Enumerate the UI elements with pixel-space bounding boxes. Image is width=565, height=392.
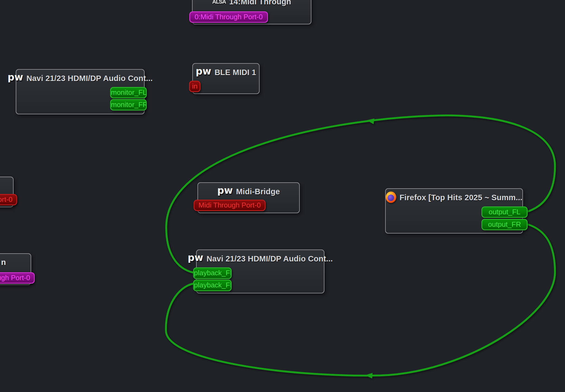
- node-navi-hdmi-dp-playback[interactable]: pw Navi 21/23 HDMI/DP Audio Cont... play…: [196, 250, 324, 293]
- patchbay-canvas[interactable]: ALSA 14:Midi Through 0:Midi Through Port…: [0, 0, 565, 392]
- node-firefox-stream[interactable]: Firefox [Top Hits 2025 ~ Summ... output_…: [385, 188, 523, 234]
- node-clipped-alsa-source[interactable]: n ugh Port-0: [0, 253, 31, 285]
- firefox-icon: [386, 192, 396, 203]
- port-through-port-0-clipped[interactable]: ugh Port-0: [0, 272, 35, 284]
- node-titlebar: pw Navi 21/23 HDMI/DP Audio Cont...: [16, 70, 144, 84]
- port-midi-through-port-0[interactable]: Midi Through Port-0: [194, 200, 266, 211]
- alsa-icon: ALSA: [212, 0, 226, 5]
- node-title: 14:Midi Through: [229, 0, 291, 6]
- node-titlebar: pw Navi 21/23 HDMI/DP Audio Cont...: [197, 250, 324, 264]
- node-titlebar: ALSA 14:Midi Through: [193, 0, 311, 7]
- node-title: Navi 21/23 HDMI/DP Audio Cont...: [206, 254, 333, 263]
- node-titlebar: pw BLE MIDI 1: [193, 64, 259, 78]
- port-playback-fr[interactable]: playback_FR: [193, 280, 232, 291]
- cable-output-fr-to-playback-fr[interactable]: [166, 224, 555, 375]
- node-clipped-midi-source[interactable]: ort-0: [0, 177, 14, 207]
- port-midi-through-port-0-clipped[interactable]: ort-0: [0, 194, 17, 205]
- flow-arrow-icon: [365, 372, 372, 379]
- node-title: Firefox [Top Hits 2025 ~ Summ...: [400, 193, 522, 202]
- port-output-fr[interactable]: output_FR: [481, 219, 528, 230]
- port-monitor-fl[interactable]: monitor_FL: [110, 87, 147, 98]
- node-midi-bridge[interactable]: pw Midi-Bridge Midi Through Port-0: [197, 182, 300, 213]
- pipewire-icon: pw: [217, 186, 233, 195]
- port-in[interactable]: in: [189, 81, 200, 92]
- port-monitor-fr[interactable]: monitor_FR: [110, 99, 147, 111]
- node-title: Navi 21/23 HDMI/DP Audio Cont...: [26, 74, 153, 83]
- pipewire-icon: pw: [8, 73, 23, 82]
- node-title: BLE MIDI 1: [215, 68, 256, 77]
- port-output-fl[interactable]: output_FL: [481, 206, 528, 218]
- node-titlebar: pw Midi-Bridge: [198, 183, 299, 197]
- port-0-midi-through-port-0[interactable]: 0:Midi Through Port-0: [189, 11, 268, 23]
- node-titlebar: Firefox [Top Hits 2025 ~ Summ...: [386, 189, 522, 203]
- node-title: Midi-Bridge: [236, 187, 280, 196]
- node-14-midi-through[interactable]: ALSA 14:Midi Through 0:Midi Through Port…: [192, 0, 311, 24]
- node-ble-midi-1[interactable]: pw BLE MIDI 1 in: [192, 63, 260, 94]
- pipewire-icon: pw: [196, 67, 211, 76]
- port-playback-fl[interactable]: playback_FL: [193, 267, 232, 279]
- node-title: n: [1, 258, 6, 267]
- pipewire-icon: pw: [188, 253, 203, 263]
- node-navi-hdmi-dp-monitor[interactable]: pw Navi 21/23 HDMI/DP Audio Cont... moni…: [16, 69, 145, 114]
